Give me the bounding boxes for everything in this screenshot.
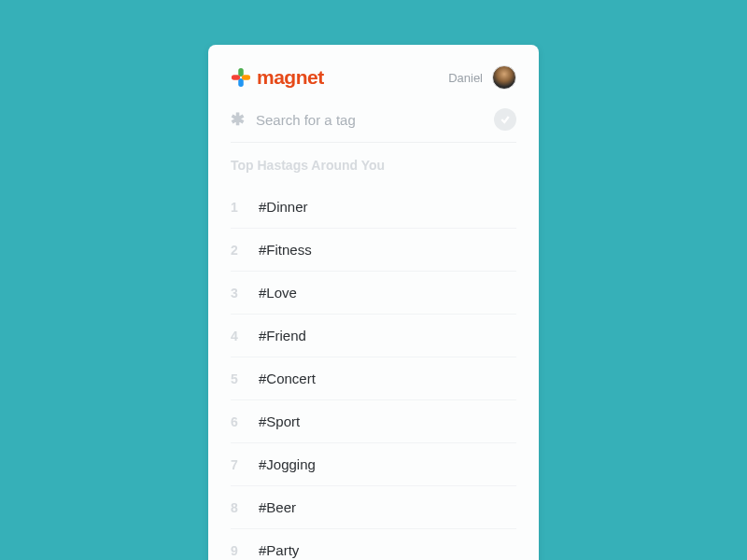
list-item[interactable]: 4 #Friend <box>231 315 516 357</box>
list-item[interactable]: 1 #Dinner <box>231 186 516 229</box>
svg-rect-1 <box>238 78 244 87</box>
hashtag-label: #Beer <box>259 499 296 515</box>
rank: 4 <box>231 329 242 343</box>
user-name: Daniel <box>448 71 483 85</box>
hashtag-label: #Party <box>259 542 299 558</box>
hashtag-icon: ✱ <box>231 109 245 130</box>
rank: 9 <box>231 543 242 558</box>
svg-rect-3 <box>242 75 250 80</box>
user-menu[interactable]: Daniel <box>448 65 516 90</box>
rank: 1 <box>231 200 242 215</box>
avatar <box>492 65 516 90</box>
hashtag-label: #Sport <box>259 413 300 429</box>
confirm-button[interactable] <box>494 108 516 131</box>
svg-rect-2 <box>232 75 240 80</box>
hashtag-label: #Dinner <box>259 199 308 215</box>
list-item[interactable]: 9 #Party <box>231 529 516 560</box>
header: magnet Daniel <box>231 65 516 90</box>
rank: 6 <box>231 414 242 429</box>
magnet-logo-icon <box>231 67 251 88</box>
rank: 7 <box>231 457 242 472</box>
hashtag-label: #Jogging <box>259 456 316 472</box>
logo-text: magnet <box>257 66 324 89</box>
section-title: Top Hastags Around You <box>231 158 516 173</box>
list-item[interactable]: 6 #Sport <box>231 400 516 443</box>
hashtag-label: #Friend <box>259 328 306 343</box>
app-card: magnet Daniel ✱ Top Hastags Around You 1… <box>208 45 539 560</box>
hashtag-list: 1 #Dinner 2 #Fitness 3 #Love 4 #Friend 5… <box>231 186 516 560</box>
list-item[interactable]: 3 #Love <box>231 272 516 315</box>
rank: 2 <box>231 243 242 258</box>
svg-rect-0 <box>238 68 244 77</box>
rank: 3 <box>231 286 242 301</box>
list-item[interactable]: 7 #Jogging <box>231 443 516 486</box>
hashtag-label: #Love <box>259 285 297 301</box>
list-item[interactable]: 8 #Beer <box>231 486 516 529</box>
logo[interactable]: magnet <box>231 66 324 89</box>
hashtag-label: #Fitness <box>259 242 312 258</box>
list-item[interactable]: 5 #Concert <box>231 357 516 400</box>
rank: 8 <box>231 500 242 515</box>
hashtag-label: #Concert <box>259 371 316 386</box>
rank: 5 <box>231 371 242 386</box>
search-row: ✱ <box>231 108 516 143</box>
check-icon <box>500 114 511 125</box>
search-input[interactable] <box>256 112 483 128</box>
list-item[interactable]: 2 #Fitness <box>231 229 516 272</box>
